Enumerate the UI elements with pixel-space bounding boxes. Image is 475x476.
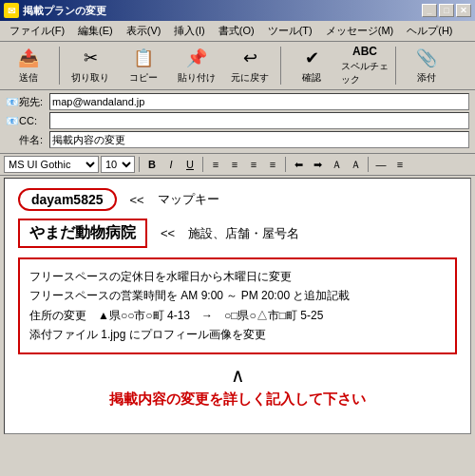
indent-button[interactable]: ⬅ (290, 156, 307, 173)
format-sep-4 (368, 157, 369, 172)
copy-button[interactable]: 📋 コピー (119, 45, 168, 86)
cut-icon: ✂ (79, 47, 102, 69)
check-icon: ✔ (300, 47, 323, 69)
facility-name-row: やまだ動物病院 << 施設、店舗・屋号名 (18, 219, 457, 248)
toolbar: 📤 送信 ✂ 切り取り 📋 コピー 📌 貼り付け ↩ 元に戻す ✔ 確認 ABC… (0, 42, 475, 90)
map-key-label: マップキー (158, 191, 219, 208)
header-section: 📧 宛先: 📧 CC: 件名: (0, 90, 475, 154)
to-icon: 📧 (6, 96, 19, 108)
cc-icon: 📧 (6, 115, 19, 127)
format-sep-2 (202, 157, 203, 172)
send-icon: 📤 (17, 47, 40, 69)
outdent-button[interactable]: ➡ (309, 156, 326, 173)
cc-input[interactable] (49, 112, 469, 129)
menu-insert[interactable]: 挿入(I) (168, 23, 210, 39)
title-bar-buttons: _ □ ✕ (422, 4, 471, 17)
user-id-badge: dayam5825 (18, 188, 117, 211)
title-bar: ✉ 掲載プランの変更 _ □ ✕ (0, 0, 475, 21)
toolbar-separator-2 (280, 47, 281, 85)
align-left-button[interactable]: ≡ (207, 156, 224, 173)
undo-icon: ↩ (238, 47, 261, 69)
font-family-select[interactable]: MS UI Gothic (4, 156, 99, 173)
info-line-4: 添付ファイル 1.jpg にプロフィール画像を変更 (29, 325, 446, 344)
align-right-button[interactable]: ≡ (245, 156, 262, 173)
copy-icon: 📋 (132, 47, 155, 69)
info-box: フリースペースの定休日を水曜日から木曜日に変更 フリースペースの営業時間を AM… (18, 257, 457, 354)
toolbar-separator-3 (395, 47, 396, 85)
info-line-1: フリースペースの定休日を水曜日から木曜日に変更 (29, 267, 446, 286)
send-button[interactable]: 📤 送信 (4, 45, 53, 86)
format-extra-1[interactable]: Ａ (328, 156, 345, 173)
font-size-select[interactable]: 10 (101, 156, 135, 173)
facility-name-badge: やまだ動物病院 (18, 219, 147, 248)
format-extra-3[interactable]: — (372, 156, 390, 173)
content-area[interactable]: dayam5825 << マップキー やまだ動物病院 << 施設、店舗・屋号名 … (4, 178, 471, 434)
toolbar-separator (59, 47, 60, 85)
arrow-section: ∧ 掲載内容の変更を詳しく記入して下さい (18, 364, 457, 409)
window-title: 掲載プランの変更 (23, 4, 106, 18)
spell-icon: ABC (353, 45, 376, 58)
info-line-3: 住所の変更 ▲県○○市○町 4-13 → ○□県○△市□町 5-25 (29, 306, 446, 325)
subject-label: 件名: (19, 133, 49, 147)
close-button[interactable]: ✕ (456, 4, 471, 17)
bold-button[interactable]: B (143, 156, 161, 173)
format-sep-3 (285, 157, 286, 172)
menu-view[interactable]: 表示(V) (121, 23, 167, 39)
menu-message[interactable]: メッセージ(M) (320, 23, 400, 39)
menu-bar: ファイル(F) 編集(E) 表示(V) 挿入(I) 書式(O) ツール(T) メ… (0, 21, 475, 42)
undo-button[interactable]: ↩ 元に戻す (225, 45, 275, 86)
facility-type-label: 施設、店舗・屋号名 (188, 225, 299, 242)
menu-format[interactable]: 書式(O) (213, 23, 260, 39)
italic-button[interactable]: I (162, 156, 180, 173)
instruction-text: 掲載内容の変更を詳しく記入して下さい (18, 390, 457, 409)
user-id-row: dayam5825 << マップキー (18, 188, 457, 211)
check-button[interactable]: ✔ 確認 (287, 45, 336, 86)
subject-input[interactable] (49, 131, 469, 148)
menu-help[interactable]: ヘルプ(H) (401, 23, 458, 39)
format-extra-4[interactable]: ≡ (391, 156, 408, 173)
cc-label: CC: (19, 115, 49, 126)
cut-button[interactable]: ✂ 切り取り (66, 45, 115, 86)
format-extra-2[interactable]: Ａ (347, 156, 364, 173)
down-arrow-icon: ∧ (18, 364, 457, 387)
attach-button[interactable]: 📎 添付 (402, 45, 451, 86)
menu-tools[interactable]: ツール(T) (262, 23, 318, 39)
minimize-button[interactable]: _ (422, 4, 437, 17)
format-sep-1 (139, 157, 140, 172)
format-bar: MS UI Gothic 10 B I U ≡ ≡ ≡ ≡ ⬅ ➡ Ａ Ａ — … (0, 154, 475, 176)
underline-button[interactable]: U (181, 156, 199, 173)
attach-icon: 📎 (415, 47, 438, 69)
title-bar-left: ✉ 掲載プランの変更 (4, 3, 106, 18)
align-justify-button[interactable]: ≡ (264, 156, 281, 173)
info-line-2: フリースペースの営業時間を AM 9:00 ～ PM 20:00 と追加記載 (29, 286, 446, 305)
app-icon: ✉ (4, 3, 19, 18)
to-field-row: 📧 宛先: (6, 93, 469, 110)
cc-field-row: 📧 CC: (6, 112, 469, 129)
menu-file[interactable]: ファイル(F) (4, 23, 70, 39)
maximize-button[interactable]: □ (439, 4, 454, 17)
subject-field-row: 件名: (6, 131, 469, 148)
spell-button[interactable]: ABC スペルチェック (340, 45, 390, 86)
paste-icon: 📌 (185, 47, 208, 69)
arrow-2: << (161, 226, 175, 240)
arrow-1: << (130, 193, 144, 207)
align-center-button[interactable]: ≡ (226, 156, 243, 173)
to-input[interactable] (49, 93, 469, 110)
menu-edit[interactable]: 編集(E) (72, 23, 119, 39)
paste-button[interactable]: 📌 貼り付け (172, 45, 221, 86)
to-label: 宛先: (19, 95, 49, 109)
